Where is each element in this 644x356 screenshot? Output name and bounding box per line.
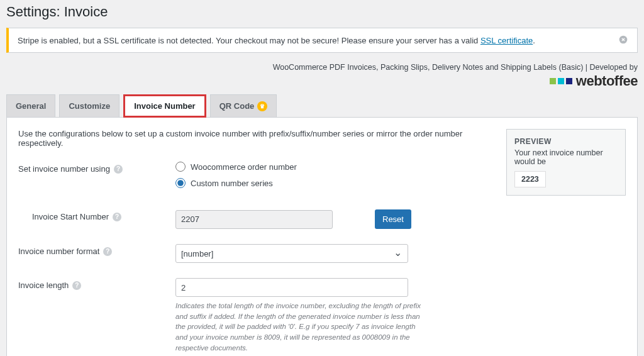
radio-custom-series-input[interactable] bbox=[175, 178, 186, 188]
label-set-invoice-using-text: Set invoice number using bbox=[18, 164, 110, 174]
ssl-certificate-link[interactable]: SSL certificate bbox=[480, 36, 533, 45]
radio-woocommerce-order-input[interactable] bbox=[175, 162, 186, 172]
tab-customize[interactable]: Customize bbox=[59, 94, 119, 117]
radio-group-set-using: Woocommerce order number Custom number s… bbox=[175, 162, 471, 194]
radio-custom-series-label: Custom number series bbox=[191, 179, 273, 188]
preview-title: PREVIEW bbox=[514, 137, 618, 146]
developer-credit: WooCommerce PDF Invoices, Packing Slips,… bbox=[0, 59, 644, 73]
brand-name: webtoffee bbox=[576, 73, 638, 89]
label-start-number-text: Invoice Start Number bbox=[32, 212, 109, 221]
dismiss-icon[interactable] bbox=[618, 35, 628, 45]
start-number-input[interactable] bbox=[175, 210, 333, 229]
preview-desc: Your next invoice number would be bbox=[514, 148, 618, 166]
notice-text-before: Stripe is enabled, but a SSL certificate… bbox=[18, 36, 480, 45]
help-icon[interactable]: ? bbox=[72, 281, 81, 290]
form-area: Use the configurations below to set up a… bbox=[18, 129, 494, 353]
crown-icon: ♛ bbox=[257, 101, 267, 111]
preview-value: 2223 bbox=[514, 171, 546, 187]
invoice-length-help: Indicates the total length of the invoic… bbox=[175, 301, 421, 353]
logo-squares-icon bbox=[550, 78, 572, 84]
content-panel: Use the configurations below to set up a… bbox=[6, 117, 638, 356]
tab-invoice-number[interactable]: Invoice Number bbox=[123, 94, 206, 118]
ssl-warning-notice: Stripe is enabled, but a SSL certificate… bbox=[6, 28, 638, 53]
label-invoice-length-text: Invoice length bbox=[18, 281, 69, 290]
page-title: Settings: Invoice bbox=[0, 0, 644, 28]
invoice-length-input[interactable] bbox=[175, 278, 408, 297]
radio-custom-series[interactable]: Custom number series bbox=[175, 178, 471, 188]
help-icon[interactable]: ? bbox=[113, 213, 121, 221]
brand-logo: webtoffee bbox=[0, 73, 644, 94]
label-start-number: Invoice Start Number ? bbox=[18, 209, 175, 221]
help-icon[interactable]: ? bbox=[114, 165, 123, 174]
notice-text-after: . bbox=[533, 36, 535, 45]
label-set-invoice-using: Set invoice number using ? bbox=[18, 162, 175, 174]
radio-woocommerce-order[interactable]: Woocommerce order number bbox=[175, 162, 471, 172]
help-icon[interactable]: ? bbox=[103, 247, 112, 256]
preview-box: PREVIEW Your next invoice number would b… bbox=[506, 129, 626, 196]
tab-qr-code[interactable]: QR Code ♛ bbox=[210, 94, 277, 117]
number-format-select[interactable]: [number] bbox=[175, 244, 408, 263]
label-number-format-text: Invoice number format bbox=[18, 247, 99, 256]
tabs-nav: General Customize Invoice Number QR Code… bbox=[0, 94, 644, 117]
intro-text: Use the configurations below to set up a… bbox=[18, 129, 494, 148]
reset-button[interactable]: Reset bbox=[375, 209, 411, 229]
tab-general[interactable]: General bbox=[6, 94, 55, 117]
label-invoice-length: Invoice length ? bbox=[18, 278, 175, 290]
tab-qr-code-label: QR Code bbox=[219, 101, 255, 111]
radio-woocommerce-order-label: Woocommerce order number bbox=[191, 162, 297, 172]
label-number-format: Invoice number format ? bbox=[18, 244, 175, 256]
